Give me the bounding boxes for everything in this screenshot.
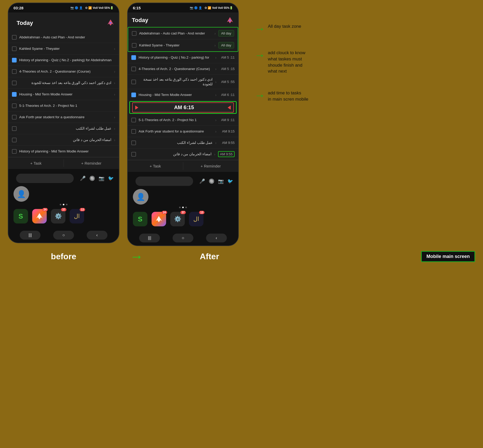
time-annotation-text: add time to tasksin main scren mobile <box>268 90 308 102</box>
dock-icon-gear-left[interactable]: ⚙️ 37 <box>51 209 65 223</box>
dock-icon-gear-right[interactable]: ⚙️ 37 <box>170 212 185 226</box>
nav-back-right[interactable]: ‹ <box>206 234 227 242</box>
footer-row: before → After Mobile main screen <box>0 249 483 267</box>
before-phone: 03:28 📷 🔵 👤 ⊙ 📶 Vo0 Vo0 55%🔋 Today <box>8 3 119 243</box>
nav-recent-label-right: ||| <box>148 236 151 240</box>
app-header-left: Today <box>8 12 119 32</box>
task-item[interactable]: عمل طلب لشراء الكتب › AM 9:55 <box>128 137 238 149</box>
allday-box: Abdelrahman - Auto cad Plan - And render… <box>128 27 238 52</box>
task-checkbox[interactable] <box>12 149 17 154</box>
bixby-icon-right: 🔘 <box>209 178 214 184</box>
nav-back-label-left: ‹ <box>96 233 98 237</box>
status-time-left: 03:28 <box>13 6 23 10</box>
app-title-right: Today <box>132 17 148 24</box>
task-item[interactable]: Kahlied Syame - Theyater › All day <box>128 39 238 51</box>
mic-icon-left: 🎤 <box>80 176 86 181</box>
task-checkbox[interactable] <box>12 138 17 142</box>
task-item[interactable]: Housing - Mid Term Modle Answer › <box>8 89 119 100</box>
badge-13-right: 13 <box>199 211 205 214</box>
dot <box>66 204 67 205</box>
task-item[interactable]: امضاء الحرمان من د فاتن › <box>8 134 119 146</box>
task-item[interactable]: 5-1-Theories of Arch. 2 - Project No 1 ›… <box>128 114 238 126</box>
task-checkbox[interactable] <box>12 81 17 85</box>
task-arrow: › <box>215 118 216 122</box>
task-checkbox[interactable] <box>131 80 136 84</box>
task-item[interactable]: ادي دكتور احمد ذكي الورق بتاعه بعد اخذ ن… <box>8 77 119 89</box>
task-item[interactable]: Ask Forth year student for a questionnai… <box>128 126 238 137</box>
task-checkbox-blue[interactable] <box>12 58 17 62</box>
add-reminder-button-right[interactable]: + Reminder <box>183 160 239 172</box>
task-item[interactable]: 5-1-Theories of Arch. 2 - Project No 1 <box>8 100 119 111</box>
time-triangle-right <box>228 106 231 110</box>
task-checkbox[interactable] <box>131 129 136 134</box>
task-item-highlighted[interactable]: امضاء الحرمان من د فاتن › AM 9:55 <box>128 149 238 160</box>
dock-icon-clickup-right[interactable]: 24 <box>152 212 166 226</box>
task-checkbox-blue[interactable] <box>131 93 136 97</box>
task-item[interactable]: 4-Theories of Arch. 2 - Questionaner (Co… <box>8 66 119 77</box>
task-item[interactable]: History of planning - Quiz ( No.2 - park… <box>8 54 119 66</box>
search-input-right[interactable] <box>135 177 193 186</box>
dock-icon-ar-right[interactable]: ال 13 <box>189 212 203 226</box>
task-checkbox-blue[interactable] <box>12 92 17 97</box>
task-checkbox[interactable] <box>132 43 137 48</box>
task-text-rtl: ادي دكتور احمد ذكي الورق بتاعه بعد اخذ ن… <box>139 77 213 86</box>
dock-icon-s-left[interactable]: S <box>13 209 28 223</box>
search-input-left[interactable] <box>16 174 74 183</box>
add-task-label-right: + Task <box>150 164 161 168</box>
task-item[interactable]: Abdelrahman - Auto cad Plan - And render… <box>128 27 238 39</box>
task-checkbox-blue[interactable] <box>131 55 136 60</box>
badge-37-right: 37 <box>180 211 186 214</box>
task-checkbox[interactable] <box>12 69 17 74</box>
add-task-button-left[interactable]: + Task <box>8 157 64 169</box>
task-item[interactable]: ادي دكتور احمد ذكي الورق بتاعه بعد اخذ ن… <box>128 75 238 89</box>
task-time: AM 5 :55 <box>219 80 235 84</box>
task-item[interactable]: 4-Theories of Arch. 2 - Questionaner (Co… <box>128 63 238 75</box>
task-item[interactable]: Kahlied Syame - Theyater › <box>8 43 119 54</box>
task-item[interactable]: Housing - Mid Term Modle Answer › AM 6 :… <box>128 89 238 101</box>
current-time-bar: AM 6:15 <box>132 102 234 113</box>
nav-home-right[interactable]: ○ <box>173 234 193 242</box>
task-text: History of planning - Quiz ( No.2 - park… <box>139 55 213 60</box>
task-arrow: › <box>215 55 216 60</box>
nav-back-left[interactable]: ‹ <box>87 231 107 240</box>
home-screen-left: 🎤 🔘 📷 🐦 👤 S <box>8 169 119 228</box>
add-reminder-button-left[interactable]: + Reminder <box>64 157 119 169</box>
dock-icon-clickup-left[interactable]: 24 <box>32 209 47 223</box>
app-header-right: Today <box>128 12 238 27</box>
task-checkbox[interactable] <box>131 141 136 145</box>
task-checkbox[interactable] <box>12 46 17 51</box>
bixby-icon-left: 🔘 <box>89 176 95 181</box>
task-checkbox[interactable] <box>12 115 17 120</box>
add-task-button-right[interactable]: + Task <box>128 160 183 172</box>
task-checkbox[interactable] <box>131 67 136 71</box>
task-time-highlighted: AM 9:55 <box>218 151 235 157</box>
task-item[interactable]: عمل طلب لشراء الكتب › <box>8 123 119 134</box>
task-checkbox[interactable] <box>12 126 17 131</box>
task-item[interactable]: Abdelrahman - Auto cad Plan - And render <box>8 32 119 43</box>
allday-annotation-text: All day task zone <box>268 23 301 30</box>
dot <box>60 204 61 205</box>
task-checkbox[interactable] <box>132 31 137 36</box>
task-item[interactable]: Ask Forth year student for a questionnai… <box>8 111 119 123</box>
nav-recent-left[interactable]: ||| <box>20 231 40 240</box>
task-arrow: › <box>114 138 115 142</box>
before-phone-wrapper: 03:28 📷 🔵 👤 ⊙ 📶 Vo0 Vo0 55%🔋 Today <box>8 3 119 243</box>
task-text: 5-1-Theories of Arch. 2 - Project No 1 <box>19 103 115 108</box>
allday-badge: All day <box>218 30 234 37</box>
dock-icon-s-right[interactable]: S <box>133 212 147 226</box>
task-arrow: › <box>214 152 215 156</box>
nav-recent-right[interactable]: ||| <box>139 234 160 242</box>
task-item[interactable]: History of planning - Quiz ( No.2 - park… <box>128 52 238 63</box>
search-bar-area-left: 🎤 🔘 📷 🐦 <box>11 172 116 185</box>
dock-icon-ar-left[interactable]: ال 13 <box>70 209 84 223</box>
badge-37-left: 37 <box>61 208 66 211</box>
task-checkbox[interactable] <box>131 152 136 157</box>
dock-left: S 24 ⚙️ 37 ال 13 <box>11 206 116 225</box>
nav-home-left[interactable]: ○ <box>53 231 74 240</box>
task-text-rtl: امضاء الحرمان من د فاتن <box>139 152 212 157</box>
task-checkbox[interactable] <box>12 103 17 108</box>
task-item[interactable]: History of planning - Mid Term Modle Ans… <box>8 146 119 157</box>
task-checkbox[interactable] <box>12 35 17 40</box>
task-checkbox[interactable] <box>131 118 136 122</box>
task-arrow: › <box>114 47 115 51</box>
